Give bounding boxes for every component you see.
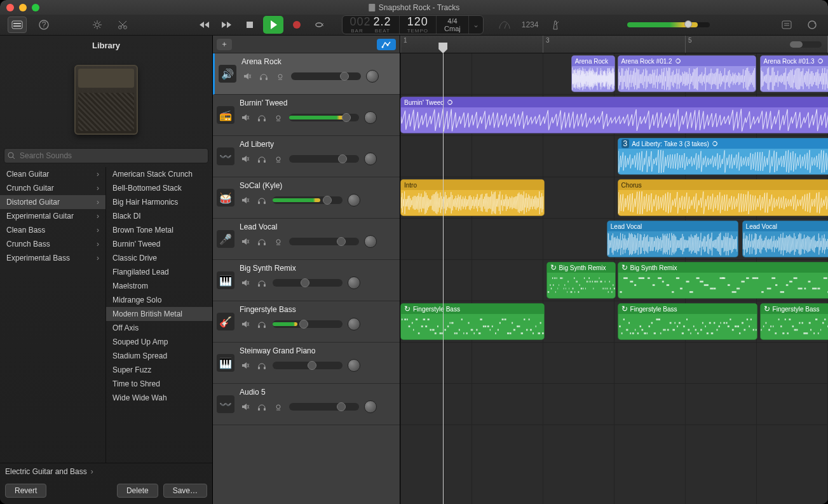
preset-item[interactable]: Brown Tone Metal	[106, 223, 212, 237]
region[interactable]: Chorus	[618, 179, 828, 216]
zoom-window[interactable]	[32, 4, 39, 11]
solo-headphones-button[interactable]	[256, 154, 268, 164]
solo-headphones-button[interactable]	[256, 278, 268, 288]
solo-headphones-button[interactable]	[256, 402, 268, 412]
region[interactable]: Arena Rock #01.3	[760, 55, 828, 92]
playhead-line[interactable]	[443, 53, 444, 504]
region[interactable]: Lead Vocal	[607, 221, 738, 257]
horizontal-zoom-scroll[interactable]	[790, 41, 822, 48]
pan-knob[interactable]	[364, 400, 377, 413]
input-monitor-button[interactable]	[273, 402, 284, 412]
category-item[interactable]: Experimental Bass›	[0, 251, 105, 265]
volume-slider[interactable]	[291, 72, 361, 80]
timeline-ruler[interactable]: 135791113	[400, 36, 828, 53]
track-lane[interactable]: 3 Ad Liberty: Take 3 (3 takes)	[400, 136, 828, 177]
preset-item[interactable]: Time to Shred	[106, 377, 212, 391]
track-lane[interactable]: ↻ Big Synth Remix ↻ Big Synth Remix	[400, 260, 828, 301]
preset-item[interactable]: Midrange Solo	[106, 293, 212, 307]
lcd-menu-chevron[interactable]: ⌄	[469, 20, 483, 29]
save-button[interactable]: Save…	[163, 484, 207, 498]
minimize-window[interactable]	[19, 4, 27, 11]
volume-slider[interactable]	[289, 114, 359, 121]
track-header[interactable]: 🔊 Arena Rock	[213, 53, 400, 95]
track-lane[interactable]: ↻ Fingerstyle Bass ↻ Fingerstyle Bass ↻ …	[400, 301, 828, 343]
track-header[interactable]: 🥁 SoCal (Kyle)	[213, 177, 400, 219]
stop-button[interactable]	[240, 17, 259, 33]
region[interactable]: Arena Rock	[571, 55, 615, 92]
category-item[interactable]: Experimental Guitar›	[0, 209, 105, 223]
lcd-display[interactable]: 0022.2 BARBEAT 120 TEMPO 4/4 Cmaj ⌄	[342, 15, 484, 34]
input-monitor-button[interactable]	[275, 71, 286, 81]
mute-button[interactable]	[240, 154, 251, 164]
track-header[interactable]: 🎹 Steinway Grand Piano	[213, 343, 400, 384]
track-lane[interactable]	[400, 343, 828, 384]
mute-button[interactable]	[240, 402, 251, 412]
pan-knob[interactable]	[364, 111, 377, 124]
tuner-icon[interactable]	[496, 17, 513, 32]
solo-headphones-button[interactable]	[258, 71, 269, 81]
preset-item[interactable]: Burnin' Tweed	[106, 237, 212, 251]
preset-item[interactable]: Modern British Metal	[106, 307, 212, 321]
record-button[interactable]	[287, 17, 306, 33]
region[interactable]: Burnin' Tweed	[400, 97, 828, 133]
solo-headphones-button[interactable]	[256, 319, 268, 329]
track-header[interactable]: 🎹 Big Synth Remix	[213, 260, 400, 301]
region[interactable]: ↻ Big Synth Remix	[546, 262, 616, 299]
solo-headphones-button[interactable]	[256, 360, 268, 371]
region[interactable]: ↻ Fingerstyle Bass	[400, 303, 545, 340]
notepad-button[interactable]	[778, 17, 795, 32]
track-header[interactable]: 〰️ Audio 5	[213, 384, 400, 425]
volume-slider[interactable]	[273, 362, 343, 369]
category-item[interactable]: Crunch Bass›	[0, 237, 105, 251]
solo-headphones-button[interactable]	[256, 195, 268, 205]
revert-button[interactable]: Revert	[5, 484, 46, 498]
category-item[interactable]: Distorted Guitar›	[0, 195, 105, 209]
volume-slider[interactable]	[273, 320, 343, 328]
input-monitor-button[interactable]	[273, 112, 284, 123]
pan-knob[interactable]	[364, 153, 377, 165]
mute-button[interactable]	[241, 71, 253, 81]
library-path[interactable]: Electric Guitar and Bass›	[0, 463, 212, 480]
preset-item[interactable]: Super Fuzz	[106, 363, 212, 377]
preset-item[interactable]: Off Axis	[106, 321, 212, 335]
volume-slider[interactable]	[289, 403, 359, 411]
settings-icon[interactable]	[89, 17, 105, 32]
volume-slider[interactable]	[289, 238, 359, 245]
preset-item[interactable]: American Stack Crunch	[106, 167, 212, 181]
volume-slider[interactable]	[273, 279, 343, 287]
track-lane[interactable]: Lead Vocal Lead Vocal Lead	[400, 219, 828, 260]
category-item[interactable]: Clean Guitar›	[0, 167, 105, 181]
track-header[interactable]: 📻 Burnin' Tweed	[213, 95, 400, 136]
preset-item[interactable]: Classic Drive	[106, 251, 212, 265]
input-monitor-button[interactable]	[273, 154, 284, 164]
playhead-marker[interactable]	[438, 43, 447, 53]
solo-headphones-button[interactable]	[256, 236, 268, 247]
region[interactable]: Arena Rock #01.2	[618, 55, 756, 92]
track-lane[interactable]: Burnin' Tweed	[400, 95, 828, 136]
preset-item[interactable]: Souped Up Amp	[106, 335, 212, 349]
track-lane[interactable]	[400, 384, 828, 425]
region[interactable]: ↻ Big Synth Remix	[618, 262, 828, 299]
preset-item[interactable]: Big Hair Harmonics	[106, 195, 212, 209]
region[interactable]: Lead Vocal	[742, 221, 828, 257]
preset-item[interactable]: Black DI	[106, 209, 212, 223]
search-input[interactable]	[4, 148, 208, 163]
solo-headphones-button[interactable]	[256, 112, 268, 123]
rewind-button[interactable]	[194, 17, 214, 33]
pan-knob[interactable]	[348, 194, 360, 207]
preset-item[interactable]: Stadium Spread	[106, 349, 212, 363]
scissors-icon[interactable]	[114, 17, 131, 32]
arrange-area[interactable]: 135791113 Arena Rock Arena Rock #01.2 Ar…	[400, 36, 828, 504]
category-item[interactable]: Crunch Guitar›	[0, 181, 105, 195]
count-in-button[interactable]: 1234	[522, 17, 539, 32]
track-lane[interactable]: Intro Chorus	[400, 177, 828, 219]
mute-button[interactable]	[240, 278, 251, 288]
mute-button[interactable]	[240, 236, 251, 247]
loops-button[interactable]	[804, 17, 820, 32]
region[interactable]: ↻ Fingerstyle Bass	[618, 303, 758, 340]
track-header[interactable]: 🎤 Lead Vocal	[213, 219, 400, 260]
pan-knob[interactable]	[364, 235, 377, 248]
mute-button[interactable]	[240, 360, 251, 371]
region[interactable]: ↻ Fingerstyle Bass	[760, 303, 828, 340]
delete-button[interactable]: Delete	[117, 484, 158, 498]
